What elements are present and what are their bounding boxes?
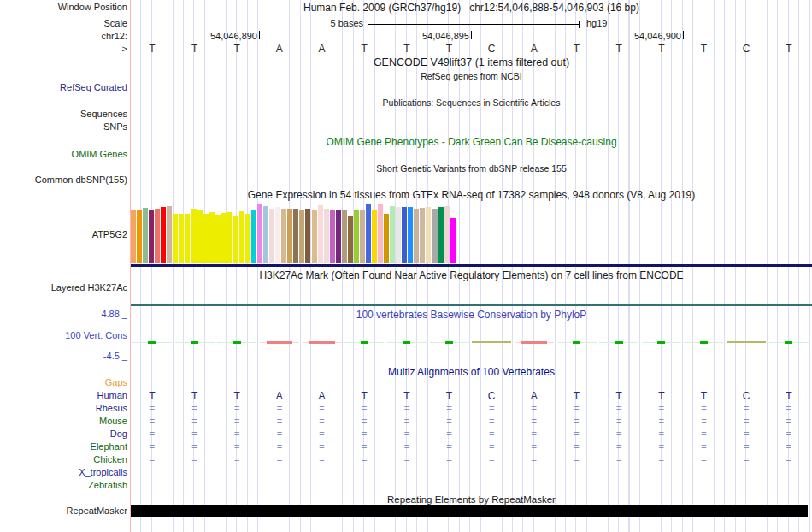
track-label-refseq-curated[interactable]: RefSeq Curated (0, 82, 127, 93)
gtex-bar[interactable] (143, 208, 148, 263)
ruler-tick (259, 31, 260, 39)
gtex-bar[interactable] (281, 209, 286, 263)
gtex-bar[interactable] (420, 208, 425, 263)
gtex-bar[interactable] (348, 216, 353, 263)
gencode-track-title[interactable]: GENCODE V49lift37 (1 items filtered out) (131, 56, 812, 68)
track-label-omim-genes[interactable]: OMIM Genes (0, 149, 127, 160)
gtex-bar[interactable] (366, 204, 371, 263)
gtex-track-title[interactable]: Gene Expression in 54 tissues from GTEx … (131, 189, 812, 201)
phylop-track-title[interactable]: 100 vertebrates Basewise Conservation by… (131, 309, 812, 321)
gtex-bar[interactable] (354, 210, 359, 263)
base-letter: A (309, 43, 335, 55)
gtex-bar[interactable] (233, 216, 238, 263)
multiz-track-title[interactable]: Multiz Alignments of 100 Vertebrates (131, 366, 812, 378)
gtex-bar[interactable] (197, 210, 203, 263)
gtex-bar[interactable] (299, 210, 304, 263)
gtex-bar[interactable] (342, 210, 347, 263)
gtex-bar[interactable] (131, 210, 136, 263)
multiz-base-letter: T (564, 390, 590, 402)
gtex-bar[interactable] (137, 210, 142, 263)
track-label-common-dbsnp[interactable]: Common dbSNP(155) (0, 174, 127, 186)
gtex-bar[interactable] (209, 212, 215, 263)
base-letter: C (479, 43, 504, 55)
multiz-identity-glyph: = (697, 429, 710, 439)
conservation-tick-green (573, 341, 580, 344)
gtex-bar[interactable] (318, 205, 323, 263)
track-label-multiz-rhesus[interactable]: Rhesus (0, 403, 127, 413)
gtex-bar[interactable] (269, 209, 274, 263)
gtex-bar[interactable] (414, 209, 419, 263)
track-label-multiz-x_tropicalis[interactable]: X_tropicalis (0, 467, 127, 477)
gtex-bar[interactable] (173, 214, 178, 263)
track-label-multiz-human[interactable]: Human (0, 390, 127, 400)
gtex-bar[interactable] (263, 206, 268, 263)
gtex-bar[interactable] (149, 210, 154, 263)
gtex-bar[interactable] (324, 209, 329, 263)
track-label-sequences[interactable]: Sequences (0, 109, 127, 120)
multiz-identity-glyph: = (273, 454, 286, 464)
multiz-base-letter: T (691, 390, 716, 402)
track-label-multiz-chicken[interactable]: Chicken (0, 454, 127, 464)
gtex-bar[interactable] (384, 214, 389, 263)
track-label-repeatmasker[interactable]: RepeatMasker (0, 505, 127, 517)
track-label-multiz-elephant[interactable]: Elephant (0, 441, 127, 452)
conservation-tick-olive (727, 341, 766, 343)
repeatmasker-element-bar[interactable] (131, 505, 808, 517)
gtex-bar[interactable] (336, 210, 341, 263)
refseq-track-title[interactable]: RefSeq genes from NCBI (131, 70, 812, 82)
gtex-bar[interactable] (185, 214, 190, 263)
gtex-bar[interactable] (426, 207, 431, 263)
gtex-bar[interactable] (378, 204, 383, 263)
gtex-bar[interactable] (179, 214, 184, 263)
gtex-bar[interactable] (305, 209, 310, 263)
gtex-bar[interactable] (275, 207, 280, 263)
multiz-identity-glyph: = (739, 441, 753, 452)
multiz-base-letter: A (267, 390, 292, 402)
dbsnp-track-title[interactable]: Short Genetic Variants from dbSNP releas… (131, 163, 812, 174)
gtex-bar[interactable] (360, 210, 365, 263)
gtex-bar[interactable] (245, 214, 250, 263)
gtex-bar[interactable] (215, 215, 221, 263)
track-label-multiz-gaps[interactable]: Gaps (0, 377, 127, 387)
gtex-bar[interactable] (251, 210, 256, 263)
track-label-multiz-mouse[interactable]: Mouse (0, 416, 127, 426)
gtex-bar[interactable] (257, 204, 262, 263)
gtex-bar[interactable] (227, 212, 232, 263)
h3k27ac-track-title[interactable]: H3K27Ac Mark (Often Found Near Active Re… (131, 269, 812, 281)
multiz-base-letter: T (649, 390, 674, 402)
multiz-base-letter: T (139, 390, 165, 402)
track-label-100-vert-cons[interactable]: 100 Vert. Cons (0, 330, 127, 341)
gtex-bar[interactable] (396, 207, 401, 263)
multiz-identity-glyph: = (357, 429, 371, 439)
gtex-bar[interactable] (155, 209, 160, 263)
gtex-bar[interactable] (293, 209, 298, 263)
repeatmasker-track-title[interactable]: Repeating Elements by RepeatMasker (131, 494, 812, 505)
gtex-bar[interactable] (390, 206, 395, 263)
track-label-multiz-zebrafish[interactable]: Zebrafish (0, 480, 127, 490)
gtex-bar[interactable] (191, 209, 197, 263)
multiz-identity-glyph: = (485, 403, 498, 413)
track-label-gene[interactable]: ATP5G2 (0, 229, 127, 240)
gtex-bar[interactable] (408, 207, 413, 263)
gtex-bar[interactable] (239, 211, 244, 263)
gtex-bar[interactable] (287, 209, 292, 263)
gtex-bar[interactable] (444, 206, 450, 263)
track-label-layered-h3k27ac[interactable]: Layered H3K27Ac (0, 282, 127, 293)
multiz-base-letter: T (224, 390, 250, 402)
track-label-multiz-dog[interactable]: Dog (0, 429, 127, 439)
gtex-bar[interactable] (450, 218, 456, 263)
gtex-bar[interactable] (203, 214, 209, 263)
gtex-bar[interactable] (372, 210, 377, 263)
gtex-bar[interactable] (438, 207, 444, 263)
gtex-bar[interactable] (432, 209, 438, 263)
gtex-bar[interactable] (161, 207, 166, 263)
gtex-bar[interactable] (312, 210, 317, 263)
omim-track-title[interactable]: OMIM Gene Phenotypes - Dark Green Can Be… (131, 136, 812, 148)
gtex-bar[interactable] (402, 207, 407, 263)
track-label-snps[interactable]: SNPs (0, 121, 127, 133)
gtex-bar[interactable] (167, 206, 172, 263)
gtex-bar[interactable] (330, 210, 335, 263)
multiz-identity-glyph: = (188, 416, 202, 426)
gtex-bar[interactable] (221, 213, 227, 263)
publications-track-title[interactable]: Publications: Sequences in Scientific Ar… (131, 97, 812, 109)
